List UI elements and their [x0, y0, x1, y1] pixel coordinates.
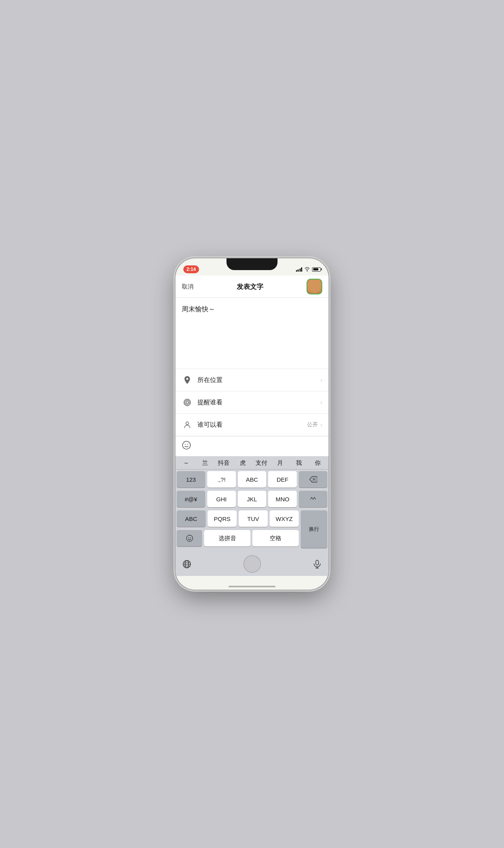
signal-icon: [296, 267, 303, 272]
visibility-arrow-icon: ›: [320, 422, 322, 428]
svg-point-2: [186, 422, 189, 425]
content-area[interactable]: 周末愉快～: [175, 298, 329, 369]
location-icon: [182, 375, 193, 386]
predictive-item-2[interactable]: 抖音: [215, 459, 234, 467]
key-row-2: #@¥ GHI JKL MNO ^^: [177, 491, 327, 507]
keyboard: ～ 兰 抖音 虎 支付 月 我 你 123 .,?! ABC: [175, 456, 329, 576]
emoji-button[interactable]: [182, 440, 191, 452]
key-row-1: 123 .,?! ABC DEF: [177, 471, 327, 488]
visibility-option[interactable]: 谁可以看 公开 ›: [175, 414, 329, 436]
predictive-item-6[interactable]: 我: [290, 459, 309, 467]
text-input[interactable]: 周末愉快～: [182, 304, 322, 351]
predictive-item-1[interactable]: 兰: [196, 459, 215, 467]
home-button-area: [195, 555, 309, 573]
key-enter[interactable]: 换行: [301, 510, 327, 548]
key-row-3a: ABC PQRS TUV WXYZ: [177, 510, 299, 527]
key-pqrs[interactable]: PQRS: [208, 510, 237, 527]
key-col-left: ABC PQRS TUV WXYZ: [177, 510, 299, 548]
publish-button[interactable]: [307, 279, 322, 294]
location-label: 所在位置: [197, 376, 320, 384]
mention-icon: [182, 397, 193, 408]
nav-bar: 取消 发表文字: [175, 276, 329, 298]
predictive-bar: ～ 兰 抖音 虎 支付 月 我 你: [175, 456, 329, 470]
emoji-bar[interactable]: [175, 436, 329, 456]
keyboard-bottom-bar: [175, 554, 329, 576]
svg-point-6: [186, 535, 193, 541]
svg-point-8: [190, 537, 191, 538]
cancel-button[interactable]: 取消: [182, 283, 194, 291]
key-punct[interactable]: .,?!: [207, 471, 236, 488]
key-wxyz[interactable]: WXYZ: [270, 510, 299, 527]
battery-icon: [312, 267, 321, 272]
location-arrow-icon: ›: [320, 377, 322, 383]
visibility-label: 谁可以看: [197, 421, 307, 429]
svg-point-3: [183, 441, 190, 449]
svg-point-7: [188, 537, 189, 538]
notch: [226, 258, 278, 270]
options-list: 所在位置 › 提醒谁看 › 谁可以看 公开 ›: [175, 369, 329, 436]
key-tuv[interactable]: TUV: [239, 510, 268, 527]
svg-point-4: [185, 444, 186, 445]
wifi-icon: [304, 267, 310, 272]
key-mno[interactable]: MNO: [268, 491, 297, 507]
key-row-4a: 选拼音 空格: [177, 530, 299, 546]
mic-button[interactable]: [309, 556, 325, 572]
location-option[interactable]: 所在位置 ›: [175, 369, 329, 391]
predictive-item-7[interactable]: 你: [308, 459, 327, 467]
key-jkl[interactable]: JKL: [238, 491, 267, 507]
status-icons: [296, 267, 321, 272]
key-emoji[interactable]: [177, 530, 202, 546]
key-abc[interactable]: ABC: [238, 471, 267, 488]
key-row-34: ABC PQRS TUV WXYZ: [177, 510, 327, 548]
home-indicator: [228, 586, 276, 587]
key-rows: 123 .,?! ABC DEF: [175, 470, 329, 554]
mention-option[interactable]: 提醒谁看 ›: [175, 391, 329, 414]
key-special[interactable]: #@¥: [177, 491, 205, 507]
delete-key[interactable]: [299, 471, 327, 488]
mention-label: 提醒谁看: [197, 398, 320, 407]
home-button[interactable]: [243, 555, 261, 573]
visibility-value: 公开: [307, 421, 318, 428]
predictive-item-0[interactable]: ～: [177, 459, 196, 467]
globe-button[interactable]: [179, 556, 195, 572]
svg-point-5: [187, 444, 188, 445]
phone-frame: 2:14 取消 发表文字: [175, 258, 329, 590]
key-ghi[interactable]: GHI: [207, 491, 236, 507]
key-space[interactable]: 空格: [252, 530, 299, 546]
key-pinyin[interactable]: 选拼音: [204, 530, 250, 546]
predictive-item-3[interactable]: 虎: [233, 459, 252, 467]
person-icon: [182, 419, 193, 430]
page-title: 发表文字: [237, 282, 263, 291]
key-def[interactable]: DEF: [268, 471, 297, 488]
predictive-item-4[interactable]: 支付: [252, 459, 271, 467]
key-123[interactable]: 123: [177, 471, 205, 488]
predictive-item-5[interactable]: 月: [271, 459, 290, 467]
mention-arrow-icon: ›: [320, 399, 322, 406]
key-abc-left[interactable]: ABC: [177, 510, 206, 527]
status-time: 2:14: [183, 265, 199, 273]
svg-rect-14: [316, 560, 319, 565]
key-caret[interactable]: ^^: [299, 491, 327, 507]
avatar: [307, 280, 321, 294]
